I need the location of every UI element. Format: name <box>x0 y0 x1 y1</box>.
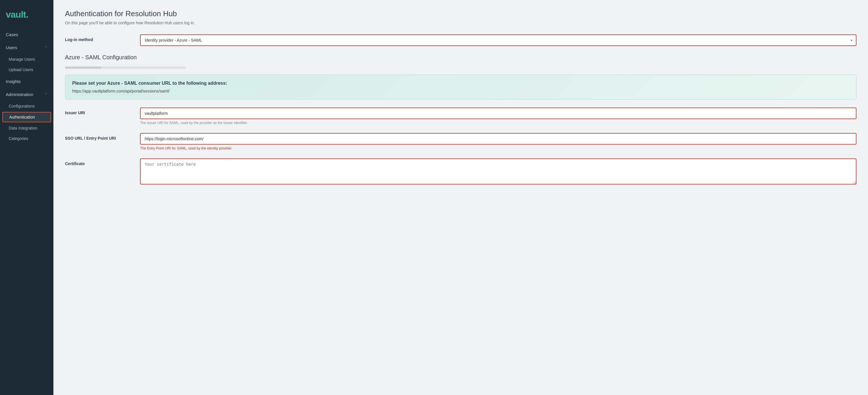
configurations-label: Configurations <box>9 104 35 108</box>
page-title: Authentication for Resolution Hub <box>65 9 857 18</box>
page-subtitle: On this page you'll be able to configure… <box>65 21 857 25</box>
certificate-control <box>140 159 857 186</box>
sso-url-row: SSO URL / Entry Point URI The Entry Poin… <box>65 133 857 150</box>
administration-chevron-icon: ⌃ <box>45 92 48 96</box>
sidebar-insights-label: Insights <box>6 79 21 84</box>
login-method-control: Identity provider - Azure - SAMLUsername… <box>140 34 857 46</box>
sidebar-item-data-integration[interactable]: Data Integration <box>0 123 54 133</box>
sidebar-cases-label: Cases <box>6 32 18 37</box>
issuer-uri-label: Issuer URI <box>65 108 128 115</box>
sidebar-users-label: Users <box>6 45 17 50</box>
certificate-textarea[interactable] <box>140 159 857 185</box>
sso-url-hint: The Entry Point URI for SAML, used by th… <box>140 146 857 150</box>
saml-section-title: Azure - SAML Configuration <box>65 54 857 61</box>
login-method-row: Log-in method Identity provider - Azure … <box>65 34 857 46</box>
authentication-label: Authentication <box>9 115 35 119</box>
login-method-select[interactable]: Identity provider - Azure - SAMLUsername… <box>140 34 857 46</box>
issuer-uri-hint: The Issuer URI for SAML, used by the pro… <box>140 121 857 125</box>
issuer-uri-input[interactable] <box>140 108 857 119</box>
issuer-uri-control: The Issuer URI for SAML, used by the pro… <box>140 108 857 125</box>
sidebar-item-upload-users[interactable]: Upload Users <box>0 64 54 75</box>
main-content: Authentication for Resolution Hub On thi… <box>54 0 868 395</box>
categories-label: Categories <box>9 136 28 141</box>
upload-users-label: Upload Users <box>9 67 33 72</box>
sidebar-item-users[interactable]: Users ⌃ <box>0 41 54 54</box>
issuer-uri-row: Issuer URI The Issuer URI for SAML, used… <box>65 108 857 125</box>
data-integration-label: Data Integration <box>9 126 37 131</box>
saml-info-box: Please set your Azure - SAML consumer UR… <box>65 75 857 100</box>
sidebar-administration-label: Administration <box>6 92 33 97</box>
login-method-label: Log-in method <box>65 34 128 42</box>
certificate-row: Certificate <box>65 159 857 186</box>
info-box-url: https://app.vaultplatform.com/api/portal… <box>72 89 849 93</box>
sidebar-item-insights[interactable]: Insights <box>0 75 54 88</box>
sso-url-control: The Entry Point URI for SAML, used by th… <box>140 133 857 150</box>
sidebar: vault. Cases Users ⌃ Manage Users Upload… <box>0 0 54 395</box>
login-method-select-wrapper: Identity provider - Azure - SAMLUsername… <box>140 34 857 46</box>
sidebar-item-categories[interactable]: Categories <box>0 133 54 144</box>
sidebar-item-configurations[interactable]: Configurations <box>0 101 54 111</box>
certificate-label: Certificate <box>65 159 128 166</box>
sidebar-item-administration[interactable]: Administration ⌃ <box>0 88 54 101</box>
progress-bar-fill <box>65 66 101 69</box>
sso-url-label: SSO URL / Entry Point URI <box>65 133 128 141</box>
users-chevron-icon: ⌃ <box>45 46 48 50</box>
sidebar-item-manage-users[interactable]: Manage Users <box>0 54 54 64</box>
sidebar-item-authentication[interactable]: Authentication <box>2 112 51 122</box>
manage-users-label: Manage Users <box>9 57 35 62</box>
progress-bar <box>65 66 186 69</box>
sso-url-input[interactable] <box>140 133 857 145</box>
sidebar-item-cases[interactable]: Cases <box>0 28 54 41</box>
info-box-title: Please set your Azure - SAML consumer UR… <box>72 81 849 86</box>
app-logo: vault. <box>0 6 54 28</box>
